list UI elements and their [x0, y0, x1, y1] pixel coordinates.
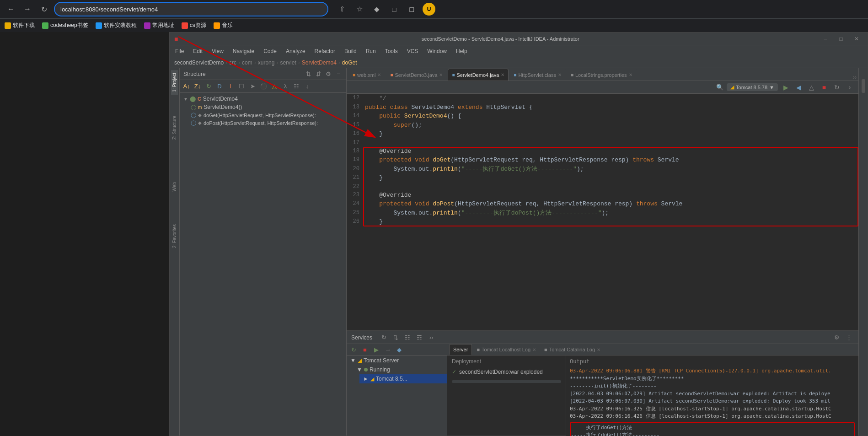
toolbar-sort1[interactable]: A↓: [182, 81, 192, 92]
back-button[interactable]: ←: [5, 3, 17, 16]
menu-edit[interactable]: Edit: [191, 47, 204, 55]
tab-close-catalina[interactable]: ✕: [597, 347, 600, 352]
menu-navigate[interactable]: Navigate: [231, 47, 256, 55]
code-editor[interactable]: 12 */ 13 public class ServletDemo4 exten…: [347, 94, 858, 330]
breadcrumb-project[interactable]: secondServletDemo: [174, 59, 224, 66]
svc-tab-server[interactable]: Server: [449, 344, 472, 355]
toolbar-filter[interactable]: ☐: [236, 81, 246, 92]
menu-refactor[interactable]: Refactor: [313, 47, 337, 55]
bookmark-icon[interactable]: ☆: [353, 3, 366, 16]
debug-button[interactable]: ◀: [793, 82, 804, 92]
svc-group-icon[interactable]: ☷: [402, 333, 413, 343]
svc-tab-localhost[interactable]: ■ Tomcat Localhost Log ✕: [473, 344, 540, 355]
more-run-icon[interactable]: ›: [845, 82, 855, 92]
menu-code[interactable]: Code: [262, 47, 279, 55]
menu-tools[interactable]: Tools: [383, 47, 400, 55]
coverage-button[interactable]: △: [806, 82, 816, 92]
bookmark-music[interactable]: 音乐: [214, 22, 233, 29]
tab-icon[interactable]: □: [388, 3, 401, 16]
svc-tree-run[interactable]: ▶: [371, 345, 381, 355]
menu-file[interactable]: File: [173, 47, 186, 55]
minimize-button[interactable]: –: [819, 32, 832, 45]
toolbar-expand[interactable]: ➤: [247, 81, 257, 92]
svc-sort-icon[interactable]: ⇅: [391, 333, 401, 343]
toolbar-blue[interactable]: D: [214, 81, 225, 92]
menu-window[interactable]: Window: [425, 47, 449, 55]
window-icon[interactable]: ◻: [405, 3, 418, 16]
address-bar[interactable]: [54, 2, 328, 16]
tab-close-ls[interactable]: ✕: [629, 72, 632, 77]
breadcrumb-src[interactable]: src: [229, 59, 236, 66]
svc-tree-arrow[interactable]: →: [383, 345, 393, 355]
toolbar-hierarchy[interactable]: ☷: [291, 81, 301, 92]
svc-more-icon[interactable]: ››: [426, 333, 436, 343]
structure-scrollbar[interactable]: [180, 433, 346, 436]
menu-vcs[interactable]: VCS: [405, 47, 420, 55]
toolbar-refresh[interactable]: ↻: [204, 81, 214, 92]
more-tabs-icon[interactable]: ››: [853, 74, 857, 81]
svc-tomcat-instance[interactable]: ► ◢ Tomcat 8.5...: [359, 374, 447, 383]
run-config[interactable]: ◢ Tomcat 8.5.78 ▼: [727, 83, 778, 91]
run-button[interactable]: ▶: [781, 82, 791, 92]
tree-doget[interactable]: ◯ ◆ doGet(HttpServletRequest, HttpServle…: [187, 111, 346, 119]
tree-dopost[interactable]: ◯ ◆ doPost(HttpServletRequest, HttpServl…: [187, 119, 346, 127]
breadcrumb-com[interactable]: com: [242, 59, 252, 66]
tab-close-sd4[interactable]: ✕: [501, 72, 504, 77]
tab-servletdemo4[interactable]: ■ ServletDemo4.java ✕: [448, 69, 509, 81]
menu-help[interactable]: Help: [454, 47, 469, 55]
menu-view[interactable]: View: [210, 47, 225, 55]
tab-localstrings[interactable]: ■ LocalStrings.properties ✕: [567, 69, 637, 81]
tab-close-localhost[interactable]: ✕: [532, 347, 536, 352]
menu-analyze[interactable]: Analyze: [284, 47, 307, 55]
toolbar-yellow[interactable]: △: [269, 81, 279, 92]
toolbar-sort2[interactable]: Z↓: [193, 81, 203, 92]
tab-structure-left[interactable]: Z: Structure: [171, 113, 178, 142]
share-icon[interactable]: ⇧: [336, 3, 348, 16]
breadcrumb-class[interactable]: ServletDemo4: [302, 59, 337, 66]
bookmark-install[interactable]: 软件安装教程: [96, 22, 137, 29]
tab-servletdemo3[interactable]: ■ ServletDemo3.java ✕: [386, 69, 447, 81]
breadcrumb-method[interactable]: doGet: [342, 59, 357, 66]
tab-web[interactable]: Web: [171, 179, 178, 194]
svc-tree-refresh[interactable]: ↻: [348, 345, 359, 355]
svc-gear2-icon[interactable]: ⋮: [844, 333, 854, 343]
deploy-scrollbar[interactable]: [452, 380, 561, 383]
toolbar-down[interactable]: ↓: [302, 81, 312, 92]
svc-filter-icon[interactable]: ☶: [414, 333, 424, 343]
sort2-icon[interactable]: ⇵: [314, 70, 322, 78]
bookmark-codesheep[interactable]: codesheep书签: [42, 22, 88, 29]
sort-icon[interactable]: ⇅: [304, 70, 312, 78]
toolbar-red[interactable]: ⚫: [258, 81, 268, 92]
svc-settings-icon[interactable]: ⚙: [832, 333, 842, 343]
tab-project[interactable]: 1: Project: [171, 70, 178, 95]
svc-tree-stop[interactable]: ■: [360, 345, 370, 355]
tab-close-hs[interactable]: ✕: [558, 72, 562, 77]
menu-run[interactable]: Run: [364, 47, 378, 55]
reload-button[interactable]: ↻: [38, 3, 50, 16]
rerun-button[interactable]: ↻: [832, 82, 842, 92]
tab-close-webxml[interactable]: ✕: [377, 72, 381, 77]
bookmark-software[interactable]: 软件下载: [5, 22, 35, 29]
extension-icon[interactable]: ◆: [370, 3, 383, 16]
breadcrumb-servlet[interactable]: servlet: [280, 59, 296, 66]
tab-webxml[interactable]: ■ web.xml ✕: [348, 69, 385, 81]
toolbar-lambda[interactable]: λ: [280, 81, 290, 92]
svc-tree-more[interactable]: ◆: [394, 345, 404, 355]
svc-running[interactable]: ▼ Running: [353, 365, 447, 374]
svc-tab-catalina[interactable]: ■ Tomcat Catalina Log ✕: [541, 344, 604, 355]
tree-constructor[interactable]: ◯ m ServletDemo4(): [187, 103, 346, 111]
close-button[interactable]: ✕: [850, 32, 863, 45]
svc-refresh-icon[interactable]: ↻: [379, 333, 389, 343]
tab-close-sd3[interactable]: ✕: [439, 72, 443, 77]
tree-root[interactable]: ▼ ⬤ C ServletDemo4: [180, 95, 346, 103]
scrollbar-thumb[interactable]: [862, 79, 865, 93]
svc-tomcat-server[interactable]: ▼ ◢ Tomcat Server: [347, 356, 447, 365]
bookmark-common[interactable]: 常用地址: [144, 22, 174, 29]
bookmark-cs[interactable]: cs资源: [182, 22, 206, 29]
tab-httpservlet[interactable]: ■ HttpServlet.class ✕: [509, 69, 566, 81]
panel-close-icon[interactable]: −: [334, 70, 343, 78]
forward-button[interactable]: →: [21, 3, 34, 16]
tab-favorites[interactable]: 2: Favorites: [171, 221, 178, 251]
toolbar-orange[interactable]: I: [225, 81, 236, 92]
breadcrumb-xurong[interactable]: xurong: [258, 59, 275, 66]
